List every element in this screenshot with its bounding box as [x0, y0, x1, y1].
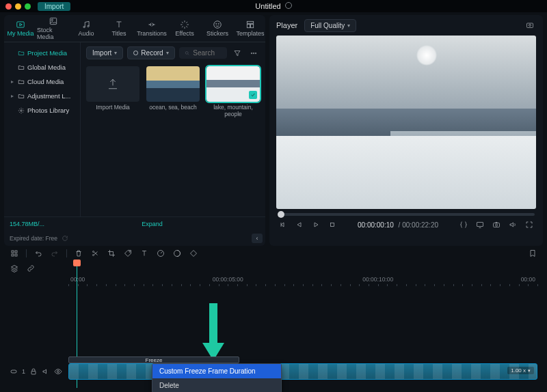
- refresh-icon[interactable]: [62, 235, 68, 242]
- preview-scrubber[interactable]: [278, 213, 535, 216]
- redo-icon[interactable]: [50, 249, 59, 258]
- storage-used: 154.78MB/...: [10, 221, 44, 227]
- visibility-icon[interactable]: [54, 367, 62, 376]
- storage-expand-link[interactable]: Expand: [142, 221, 163, 227]
- speed-icon[interactable]: [156, 249, 165, 258]
- quality-dropdown[interactable]: Full Quality▾: [304, 19, 356, 32]
- menu-custom-freeze-duration[interactable]: Custom Freeze Frame Duration: [152, 364, 281, 378]
- track-toggle-icon[interactable]: [10, 367, 18, 376]
- snapshot-icon[interactable]: [524, 19, 536, 31]
- folder-icon: [18, 93, 25, 100]
- tag-icon[interactable]: [123, 249, 133, 258]
- sidebar-item-label: Global Media: [27, 64, 66, 71]
- display-icon[interactable]: [475, 219, 485, 231]
- more-icon[interactable]: [248, 47, 260, 59]
- upload-icon: [107, 78, 119, 90]
- ruler-label: 00:00: [521, 276, 535, 283]
- quality-label: Full Quality: [310, 22, 345, 29]
- titlebar-import-button[interactable]: Import: [38, 2, 70, 11]
- lock-icon[interactable]: [29, 367, 38, 376]
- preview-viewport[interactable]: [276, 36, 536, 209]
- svg-rect-10: [247, 24, 250, 27]
- prev-frame-icon[interactable]: [278, 219, 289, 231]
- svg-rect-23: [12, 251, 14, 253]
- annotation-arrow: [200, 303, 227, 362]
- window-close-traffic-light[interactable]: [5, 3, 12, 10]
- play-back-icon[interactable]: [294, 219, 305, 231]
- panel-collapse-button[interactable]: ‹: [252, 234, 263, 243]
- search-input[interactable]: [193, 49, 222, 57]
- svg-point-28: [93, 255, 94, 256]
- effects-icon: [180, 20, 189, 29]
- record-dropdown[interactable]: Record▾: [127, 46, 174, 59]
- keyframe-icon[interactable]: [189, 249, 198, 258]
- grid-icon[interactable]: [10, 249, 19, 258]
- templates-icon: [245, 20, 255, 29]
- fullscreen-icon[interactable]: [524, 219, 535, 231]
- card-label: lake, mountain, people: [206, 104, 260, 117]
- filter-icon[interactable]: [231, 47, 243, 59]
- tab-my-media[interactable]: My Media: [4, 15, 37, 42]
- braces-icon[interactable]: [458, 219, 469, 231]
- video-clip-track[interactable]: 1.00 x ▾: [68, 363, 537, 380]
- svg-rect-32: [11, 370, 16, 373]
- tab-label: Stock Media: [37, 27, 70, 40]
- camera-icon[interactable]: [491, 219, 502, 231]
- stock-media-icon: [49, 16, 58, 26]
- titles-icon: [114, 20, 124, 29]
- timeline-layers-icon[interactable]: [10, 262, 19, 275]
- window-zoom-traffic-light[interactable]: [25, 3, 31, 10]
- media-search[interactable]: [179, 47, 227, 59]
- card-label: ocean, sea, beach: [149, 104, 196, 111]
- svg-rect-24: [15, 251, 17, 253]
- tab-audio[interactable]: Audio: [70, 15, 103, 42]
- tab-templates[interactable]: Templates: [234, 15, 267, 42]
- volume-icon[interactable]: [507, 219, 518, 231]
- media-clip-ocean[interactable]: ocean, sea, beach: [146, 66, 200, 111]
- ruler-label: 00:00: [70, 276, 85, 283]
- sidebar-item-global-media[interactable]: Global Media: [7, 61, 77, 74]
- total-time: 00:00:22:20: [402, 221, 438, 229]
- svg-rect-9: [247, 21, 253, 23]
- sidebar-item-label: Photos Library: [27, 107, 69, 114]
- clip-speed-badge[interactable]: 1.00 x ▾: [507, 367, 534, 374]
- tab-stickers[interactable]: Stickers: [201, 15, 234, 42]
- menu-delete[interactable]: Delete: [152, 378, 281, 392]
- svg-rect-33: [31, 372, 36, 375]
- selected-check-icon: [249, 91, 257, 99]
- tab-transitions[interactable]: Transitions: [135, 15, 168, 42]
- tab-titles[interactable]: Titles: [103, 15, 135, 42]
- svg-rect-0: [17, 22, 25, 27]
- sidebar-item-adjustment-layer[interactable]: ▸ Adjustment L...: [7, 89, 77, 102]
- split-icon[interactable]: [90, 249, 100, 258]
- sidebar-item-cloud-media[interactable]: ▸ Cloud Media: [7, 75, 77, 88]
- play-icon[interactable]: [310, 219, 321, 231]
- tab-stock-media[interactable]: Stock Media: [37, 15, 70, 42]
- sidebar-item-photos-library[interactable]: Photos Library: [7, 104, 77, 117]
- color-icon[interactable]: [172, 249, 182, 258]
- undo-icon[interactable]: [34, 249, 43, 258]
- tab-label: Stickers: [206, 30, 228, 37]
- ruler-label: 00:00:05:00: [213, 276, 243, 283]
- import-media-card[interactable]: Import Media: [86, 66, 139, 111]
- search-icon: [185, 50, 190, 57]
- import-dropdown[interactable]: Import▾: [86, 46, 123, 59]
- svg-point-15: [253, 53, 254, 54]
- freeze-frame-segment[interactable]: Freeze: [68, 356, 239, 363]
- media-clip-lake[interactable]: lake, mountain, people: [206, 66, 260, 117]
- mute-icon[interactable]: [42, 367, 50, 376]
- window-minimize-traffic-light[interactable]: [15, 3, 21, 10]
- tab-effects[interactable]: Effects: [168, 15, 201, 42]
- sidebar-item-label: Cloud Media: [27, 78, 64, 85]
- timeline-ruler[interactable]: 00:00 00:00:05:00 00:00:10:00 00:00: [68, 276, 537, 288]
- folder-icon: [18, 79, 25, 85]
- marker-icon[interactable]: [528, 249, 537, 258]
- stop-icon[interactable]: [327, 219, 338, 231]
- text-icon[interactable]: [139, 249, 149, 258]
- import-label: Import: [92, 49, 111, 57]
- delete-icon[interactable]: [74, 249, 83, 258]
- timeline-link-icon[interactable]: [26, 262, 36, 275]
- sidebar-item-project-media[interactable]: Project Media: [7, 46, 77, 59]
- crop-icon[interactable]: [107, 249, 116, 258]
- svg-point-27: [93, 251, 94, 253]
